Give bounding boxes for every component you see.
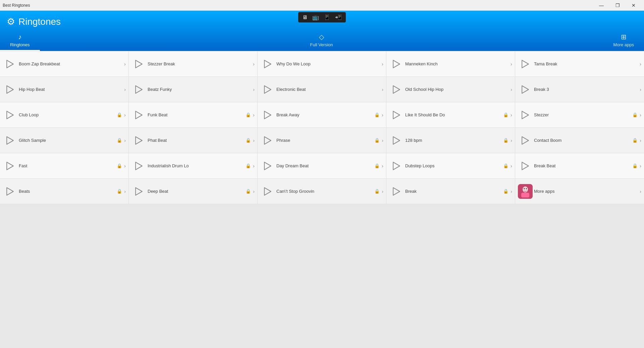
play-button[interactable] bbox=[389, 133, 404, 148]
more-apps-label: More apps bbox=[534, 189, 639, 194]
ringtone-cell: Tama Break › bbox=[515, 51, 644, 77]
play-button[interactable] bbox=[260, 82, 275, 97]
tab-ringtones[interactable]: ♪ Ringtones bbox=[0, 31, 40, 51]
ringtone-name: Electronic Beat bbox=[276, 87, 381, 92]
ringtone-cell: Stezzer 🔒 › bbox=[515, 102, 644, 128]
chevron-icon: › bbox=[253, 112, 255, 118]
play-button[interactable] bbox=[260, 133, 275, 148]
ringtone-name: Deep Beat bbox=[148, 189, 244, 194]
svg-rect-32 bbox=[521, 193, 529, 197]
svg-marker-16 bbox=[136, 136, 142, 144]
ringtone-cell: Can\'t Stop Groovin 🔒 › bbox=[258, 179, 386, 204]
toolbar-icon-4[interactable]: 📲 bbox=[334, 13, 343, 21]
play-button[interactable] bbox=[3, 108, 17, 122]
ringtone-cell: Like It Should Be Do 🔒 › bbox=[386, 102, 515, 128]
lock-icon: 🔒 bbox=[503, 189, 508, 194]
moreapps-tab-label: More apps bbox=[613, 42, 634, 47]
play-button[interactable] bbox=[3, 159, 17, 173]
lock-icon: 🔒 bbox=[246, 163, 251, 168]
play-button[interactable] bbox=[389, 159, 404, 173]
toolbar-overlay: 🖥 📺 📱 📲 bbox=[298, 12, 346, 22]
ringtone-cell: Why Do We Loop › bbox=[258, 51, 386, 77]
lock-icon: 🔒 bbox=[246, 189, 251, 194]
play-button[interactable] bbox=[260, 159, 275, 173]
play-button[interactable] bbox=[131, 82, 146, 97]
svg-point-35 bbox=[526, 188, 527, 189]
toolbar-icon-2[interactable]: 📺 bbox=[311, 13, 320, 21]
play-button[interactable] bbox=[389, 57, 404, 71]
svg-marker-1 bbox=[136, 60, 142, 68]
play-button[interactable] bbox=[389, 108, 404, 122]
chevron-icon: › bbox=[640, 138, 641, 143]
chevron-icon: › bbox=[382, 61, 383, 67]
play-button[interactable] bbox=[3, 57, 17, 71]
play-button[interactable] bbox=[389, 82, 404, 97]
ringtone-name: Break Beat bbox=[534, 163, 631, 168]
ringtone-cell: Contact Boom 🔒 › bbox=[515, 128, 644, 153]
play-button[interactable] bbox=[260, 184, 275, 199]
svg-marker-14 bbox=[522, 111, 529, 119]
ringtone-name: Phrase bbox=[276, 138, 373, 143]
svg-marker-26 bbox=[136, 187, 142, 195]
play-button[interactable] bbox=[131, 133, 146, 148]
play-button[interactable] bbox=[131, 159, 146, 173]
fullversion-tab-icon: ◇ bbox=[319, 33, 324, 41]
ringtone-name: Fast bbox=[19, 163, 115, 168]
ringtone-name: Can\'t Stop Groovin bbox=[276, 189, 373, 194]
play-button[interactable] bbox=[518, 108, 533, 122]
chevron-icon: › bbox=[124, 138, 126, 143]
play-button[interactable] bbox=[3, 82, 17, 97]
lock-icon: 🔒 bbox=[632, 163, 638, 168]
svg-marker-22 bbox=[264, 162, 271, 170]
svg-marker-4 bbox=[522, 60, 529, 68]
window-controls: — ❐ ✕ bbox=[594, 0, 641, 11]
ringtone-name: Break 3 bbox=[534, 87, 639, 92]
play-button[interactable] bbox=[518, 133, 533, 148]
play-button[interactable] bbox=[260, 108, 275, 122]
chevron-icon: › bbox=[511, 112, 512, 118]
chevron-icon: › bbox=[253, 138, 255, 143]
chevron-icon: › bbox=[511, 189, 512, 194]
chevron-icon: › bbox=[640, 112, 641, 118]
play-button[interactable] bbox=[518, 159, 533, 173]
svg-marker-23 bbox=[393, 162, 400, 170]
play-button[interactable] bbox=[389, 184, 404, 199]
ringtone-cell: More apps › bbox=[515, 179, 644, 204]
play-button[interactable] bbox=[518, 57, 533, 71]
chevron-icon: › bbox=[382, 87, 383, 92]
toolbar-icon-1[interactable]: 🖥 bbox=[301, 14, 309, 21]
play-button[interactable] bbox=[131, 108, 146, 122]
svg-marker-8 bbox=[393, 85, 400, 93]
close-button[interactable]: ✕ bbox=[626, 0, 641, 11]
minimize-button[interactable]: — bbox=[594, 0, 609, 11]
toolbar-icon-3[interactable]: 📱 bbox=[322, 13, 332, 21]
chevron-icon: › bbox=[253, 61, 255, 67]
play-button[interactable] bbox=[131, 184, 146, 199]
svg-marker-5 bbox=[7, 85, 13, 93]
play-button[interactable] bbox=[260, 57, 275, 71]
ringtone-name: Day Dream Beat bbox=[276, 163, 373, 168]
ringtone-grid: Boom Zap Breakbeat › Stezzer Break › Why… bbox=[0, 51, 644, 204]
ringtone-name: Break bbox=[405, 189, 502, 194]
svg-marker-13 bbox=[393, 111, 400, 119]
play-button[interactable] bbox=[3, 133, 17, 148]
play-button[interactable] bbox=[3, 184, 17, 199]
chevron-icon: › bbox=[511, 138, 512, 143]
chevron-icon: › bbox=[124, 61, 126, 67]
chevron-icon: › bbox=[640, 189, 641, 194]
play-button[interactable] bbox=[131, 57, 146, 71]
moreapps-tab-icon: ⊞ bbox=[621, 33, 627, 41]
play-button[interactable] bbox=[518, 82, 533, 97]
chevron-icon: › bbox=[511, 163, 512, 169]
ringtone-name: Club Loop bbox=[19, 112, 115, 117]
svg-marker-25 bbox=[7, 187, 13, 195]
ringtone-cell: Break Beat 🔒 › bbox=[515, 153, 644, 179]
gear-icon: ⚙ bbox=[7, 16, 15, 27]
tab-fullversion[interactable]: ◇ Full Version bbox=[300, 30, 343, 51]
lock-icon: 🔒 bbox=[117, 112, 122, 117]
lock-icon: 🔒 bbox=[632, 138, 638, 143]
svg-marker-21 bbox=[136, 162, 142, 170]
tab-moreapps[interactable]: ⊞ More apps bbox=[603, 30, 644, 51]
lock-icon: 🔒 bbox=[503, 163, 508, 168]
restore-button[interactable]: ❐ bbox=[610, 0, 625, 11]
